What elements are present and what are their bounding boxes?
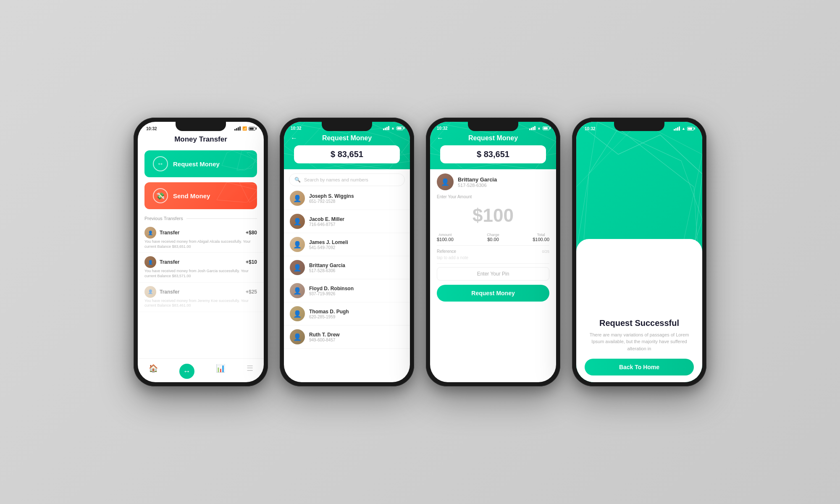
header-title-3: Request Money (444, 134, 543, 142)
send-money-button[interactable]: 💸 Send Money (144, 182, 257, 209)
contact-item-2[interactable]: 👤 Jacob E. Miller 716-646-8757 (284, 210, 410, 233)
contact-phone-2: 716-646-8757 (309, 222, 404, 227)
status-time-4: 10:32 (585, 126, 596, 131)
status-icons-1: 📶 (234, 126, 255, 131)
svg-marker-3 (217, 182, 257, 202)
transfer-avatar-3: 👤 (144, 286, 156, 298)
contact-avatar-5: 👤 (290, 283, 305, 298)
amount-value-3: $ 83,651 (449, 150, 538, 159)
nav-chart[interactable]: 📊 (214, 362, 227, 381)
contact-phone-1: 651-792-1528 (309, 199, 404, 204)
reference-label: Reference (437, 249, 456, 254)
transfer-avatar-1: 👤 (144, 227, 156, 239)
status-icons-4: ▲ (674, 126, 694, 131)
contact-item-7[interactable]: 👤 Ruth T. Drew 949-600-8457 (284, 326, 410, 349)
contact-phone-5: 937-719-9926 (309, 291, 404, 296)
search-placeholder-2: Search by names and numbers (304, 177, 368, 182)
transfer-title-2: Transfer (160, 259, 242, 265)
amount-label: Amount (437, 233, 454, 237)
fee-amount-col: Amount $100.00 (437, 233, 454, 242)
header-nav-3: ← Request Money (437, 134, 549, 145)
pin-input[interactable]: Enter Your Pin (437, 267, 549, 281)
wifi-icon-4: ▲ (682, 126, 685, 131)
success-title: Request Successful (585, 318, 694, 328)
contact-phone-4: 517-528-6306 (309, 268, 404, 273)
contact-item-5[interactable]: 👤 Floyd D. Robinson 937-719-9926 (284, 279, 410, 302)
transfer-item-1: 👤 Transfer +$80 You have received money … (138, 223, 264, 253)
transfer-item-2: 👤 Transfer +$10 You have received money … (138, 253, 264, 282)
battery-icon-4 (687, 127, 694, 131)
amount-value-2: $ 83,651 (302, 150, 391, 159)
fee-charge-col: Charge $0.00 (487, 233, 499, 242)
divider-line (186, 218, 257, 219)
nav-transfer[interactable]: ↔ (178, 362, 196, 381)
signal-icon-1 (234, 126, 241, 131)
contact-info-7: Ruth T. Drew 949-600-8457 (309, 332, 404, 342)
back-home-label: Back To Home (619, 364, 659, 370)
back-button-2[interactable]: ← (291, 134, 297, 142)
divider-1 (437, 245, 549, 246)
nav-menu[interactable]: ☰ (245, 362, 255, 381)
contacts-list-2: 👤 Joseph S. Wiggins 651-792-1528 👤 Jacob… (284, 187, 410, 382)
amount-display-2: $ 83,651 (294, 145, 400, 163)
contact-name-4: Brittany Garcia (309, 262, 404, 268)
nav-home[interactable]: 🏠 (147, 362, 160, 381)
request-money-button[interactable]: ↔ Request Money (144, 150, 257, 177)
back-button-3[interactable]: ← (437, 134, 444, 142)
send-money-icon: 💸 (153, 188, 168, 203)
contact-item-4[interactable]: 👤 Brittany Garcia 517-528-6306 (284, 256, 410, 279)
battery-icon-3 (543, 126, 549, 130)
bottom-nav-1: 🏠 ↔ 📊 ☰ (138, 358, 264, 382)
contact-avatar-6: 👤 (290, 306, 305, 321)
amount-display-3: $ 83,651 (440, 145, 546, 163)
contact-info-2: Jacob E. Miller 716-646-8757 (309, 216, 404, 227)
svg-marker-1 (237, 150, 257, 171)
phone-1: 10:32 📶 Money Transfer (134, 118, 268, 386)
charge-label: Charge (487, 233, 499, 237)
transfer-desc-2: You have received money from Josh Garcia… (144, 269, 257, 278)
transfer-title-3: Transfer (160, 289, 242, 295)
svg-marker-2 (247, 150, 257, 163)
transfer-desc-1: You have received money from Abigail Alc… (144, 239, 257, 249)
success-desc: There are many variations of passages of… (585, 331, 694, 352)
page-title-1: Money Transfer (144, 135, 257, 144)
total-label: Total (533, 233, 549, 237)
transfer-amount-2: +$10 (246, 259, 257, 265)
contact-avatar-4: 👤 (290, 260, 305, 275)
search-bar-2[interactable]: 🔍 Search by names and numbers (289, 173, 405, 186)
back-to-home-button[interactable]: Back To Home (585, 359, 694, 375)
previous-transfers-label: Previous Transfers (144, 216, 183, 221)
battery-icon-2 (396, 126, 403, 130)
contact-item-6[interactable]: 👤 Thomas D. Pugh 620-285-1959 (284, 302, 410, 326)
contact-name-5: Floyd D. Robinson (309, 286, 404, 291)
fee-total-col: Total $100.00 (533, 233, 549, 242)
contact-name-3: James J. Lomeli (309, 239, 404, 245)
contact-avatar-3: 👤 (290, 237, 305, 252)
notch-4 (614, 122, 664, 131)
signal-icon-4 (674, 126, 680, 131)
contact-info-4: Brittany Garcia 517-528-6306 (309, 262, 404, 273)
section-divider: Previous Transfers (144, 216, 257, 221)
notch-1 (176, 122, 226, 131)
contact-item-1[interactable]: 👤 Joseph S. Wiggins 651-792-1528 (284, 187, 410, 210)
svg-marker-4 (239, 182, 257, 202)
reference-count: 0/25 (542, 249, 549, 254)
wifi-icon-1: 📶 (242, 126, 247, 131)
contact-avatar-7: 👤 (290, 329, 305, 344)
reference-note: tap to add a note (437, 255, 549, 260)
request-money-btn-3[interactable]: Request Money (437, 285, 549, 302)
transfer-title-1: Transfer (160, 230, 242, 236)
phone1-header: Money Transfer (138, 134, 264, 148)
contact-avatar-2: 👤 (290, 214, 305, 229)
reference-row: Reference 0/25 (437, 249, 549, 254)
contact-item-3[interactable]: 👤 James J. Lomeli 541-549-7092 (284, 233, 410, 256)
contact-info-1: Joseph S. Wiggins 651-792-1528 (309, 193, 404, 204)
phone-2: 10:32 ▲ ← (280, 118, 414, 386)
recipient-name: Brittany Garcia (458, 176, 497, 183)
nav-transfer-circle: ↔ (179, 364, 194, 379)
geo-pattern-green (207, 150, 257, 171)
contact-info-3: James J. Lomeli 541-549-7092 (309, 239, 404, 250)
contact-info-6: Thomas D. Pugh 620-285-1959 (309, 309, 404, 319)
recipient-avatar: 👤 (437, 173, 454, 190)
contact-info-5: Floyd D. Robinson 937-719-9926 (309, 286, 404, 296)
